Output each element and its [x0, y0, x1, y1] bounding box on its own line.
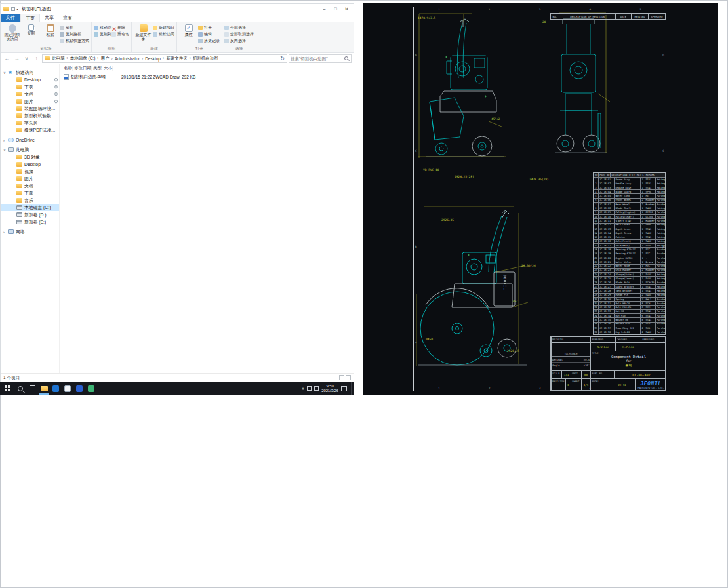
part-remark: Making: [655, 273, 665, 276]
sidebar-item[interactable]: 字乐居: [1, 119, 59, 127]
tab-file[interactable]: 文件: [1, 14, 20, 22]
history-button[interactable]: 历史记录: [198, 38, 220, 44]
breadcrumb-segment[interactable]: 切割机白边图: [188, 56, 218, 62]
breadcrumb-segment[interactable]: 新建文件夹: [161, 56, 188, 62]
back-button[interactable]: ←: [3, 56, 11, 62]
sidebar-item[interactable]: › 网络: [1, 228, 59, 235]
qat-icon[interactable]: [11, 7, 15, 11]
select-none-button[interactable]: 全部取消选择: [224, 31, 254, 37]
breadcrumb-segment[interactable]: 用户: [95, 56, 109, 62]
expander-chevron-icon[interactable]: ∨: [3, 71, 8, 75]
tab-home[interactable]: 主页: [20, 14, 40, 22]
sidebar-item[interactable]: 3D 对象: [1, 153, 59, 161]
sidebar-item[interactable]: 新加卷 (E:): [1, 218, 59, 225]
zone-number: 1: [438, 387, 440, 390]
expander-chevron-icon[interactable]: ›: [3, 138, 8, 142]
sidebar-item[interactable]: 图片: [1, 175, 59, 182]
copy-button[interactable]: 复制: [22, 24, 41, 36]
taskbar-search-button[interactable]: [14, 382, 26, 395]
taskbar-app-document[interactable]: [62, 382, 73, 395]
tray-chevron-icon[interactable]: ∧: [302, 386, 304, 391]
sidebar-item[interactable]: 文档: [1, 90, 59, 98]
new-folder-button[interactable]: 新建文件夹: [134, 24, 153, 41]
titlebar[interactable]: ▾ 切割机白边图 – □ ✕: [1, 4, 354, 14]
sidebar-item[interactable]: 装配图纸环境监控: [1, 105, 59, 112]
paste-button[interactable]: 粘贴: [41, 24, 60, 37]
part-no: 15: [594, 235, 598, 239]
move-to-button[interactable]: 移动到: [94, 25, 111, 31]
sidebar-item[interactable]: 极速PDF试读器内置: [1, 127, 59, 134]
edit-button[interactable]: 编辑: [198, 31, 220, 37]
paste-icon: [47, 24, 54, 32]
rename-button[interactable]: 重命名: [111, 31, 129, 37]
close-button[interactable]: ✕: [341, 5, 352, 13]
pin-to-quick-access-button[interactable]: 固定到快速访问: [3, 24, 22, 41]
sidebar-item[interactable]: ∨ 此电脑: [1, 146, 59, 153]
open-button[interactable]: 打开: [198, 25, 220, 31]
tab-view[interactable]: 查看: [58, 14, 77, 22]
sidebar-item[interactable]: 新型机试验数据归档: [1, 112, 59, 119]
expander-chevron-icon[interactable]: ∨: [3, 148, 8, 152]
delete-button[interactable]: ✕删除: [111, 25, 129, 31]
sidebar-item[interactable]: 下载: [1, 83, 59, 90]
start-button[interactable]: [0, 382, 14, 395]
tray-icon-1[interactable]: [307, 386, 312, 391]
invert-selection-button[interactable]: 反向选择: [224, 38, 254, 44]
properties-button[interactable]: ✓ 属性: [179, 24, 198, 37]
sidebar-item[interactable]: Desktop: [1, 161, 59, 168]
expander-chevron-icon[interactable]: ›: [3, 230, 8, 234]
taskbar-app-green[interactable]: [85, 382, 97, 395]
column-header[interactable]: 大小: [102, 66, 113, 71]
taskbar-file-explorer[interactable]: [38, 382, 50, 395]
taskbar-clock[interactable]: 9:59 2021/3/26: [321, 384, 338, 393]
tray-icon-2[interactable]: [314, 386, 319, 391]
minimize-button[interactable]: –: [319, 5, 330, 13]
show-desktop-button[interactable]: [351, 382, 353, 395]
sidebar-item[interactable]: 文档: [1, 182, 59, 189]
action-center-icon[interactable]: [341, 386, 347, 391]
task-view-button[interactable]: [26, 382, 38, 395]
search-box[interactable]: [289, 54, 352, 63]
address-bar[interactable]: 此电脑本地磁盘 (C:)用户AdministratorDesktop新建文件夹切…: [42, 54, 287, 63]
breadcrumb-segment[interactable]: Administrator: [109, 56, 139, 61]
breadcrumb-segment[interactable]: 本地磁盘 (C:): [65, 56, 96, 62]
part-description: Nut M8: [614, 310, 639, 313]
paste-shortcut-button[interactable]: 粘贴快捷方式: [60, 38, 89, 44]
easy-access-button[interactable]: 轻松访问: [153, 31, 174, 37]
tab-share[interactable]: 共享: [40, 14, 58, 22]
up-button[interactable]: ↑: [32, 56, 41, 62]
sidebar-item[interactable]: 视频: [1, 168, 59, 175]
copy-path-button[interactable]: 复制路径: [60, 31, 89, 37]
breadcrumb-segment[interactable]: 此电脑: [52, 56, 65, 62]
sidebar-item[interactable]: 图片: [1, 98, 59, 105]
refresh-icon[interactable]: ↻: [280, 56, 285, 62]
column-header[interactable]: 名称: [62, 66, 73, 71]
taskbar-app-zwcad[interactable]: [73, 382, 85, 395]
select-all-button[interactable]: 全部选择: [224, 25, 254, 31]
thumbnail-view-toggle[interactable]: [346, 375, 351, 380]
file-row[interactable]: 切割机白边图.dwg 2010/1/15 21:22 ZWCAD Drawing…: [60, 73, 354, 81]
forward-button[interactable]: →: [12, 56, 21, 62]
quick-access-toolbar[interactable]: ▾: [11, 7, 18, 11]
column-header[interactable]: 类型: [92, 66, 102, 71]
sidebar-item[interactable]: › OneDrive: [1, 136, 59, 144]
qat-dropdown-icon[interactable]: ▾: [16, 7, 18, 11]
sidebar-item[interactable]: 本地磁盘 (C:): [1, 204, 59, 211]
copy-to-button[interactable]: 复制到: [94, 31, 111, 37]
sidebar-item[interactable]: 下载: [1, 189, 59, 197]
parts-row: 22 JC-16-22 Water Hose 1 PVC Purchase: [594, 264, 665, 268]
details-view-toggle[interactable]: [339, 375, 344, 380]
breadcrumb-segment[interactable]: Desktop: [140, 56, 161, 61]
recent-locations-button[interactable]: ∨: [22, 56, 31, 62]
sidebar-item[interactable]: 音乐: [1, 197, 59, 204]
sidebar-item-label: 图片: [24, 98, 33, 105]
search-input[interactable]: [291, 56, 343, 61]
new-item-button[interactable]: 新建项目: [153, 25, 174, 31]
sidebar-item[interactable]: Desktop: [1, 76, 59, 83]
taskbar-app-blue[interactable]: [50, 382, 62, 395]
sidebar-item[interactable]: ∨ 快速访问: [1, 69, 59, 76]
column-header[interactable]: 修改日期: [73, 66, 92, 71]
maximize-button[interactable]: □: [330, 5, 341, 13]
sidebar-item[interactable]: 新加卷 (D:): [1, 211, 59, 218]
cut-button[interactable]: 剪切: [60, 25, 89, 31]
